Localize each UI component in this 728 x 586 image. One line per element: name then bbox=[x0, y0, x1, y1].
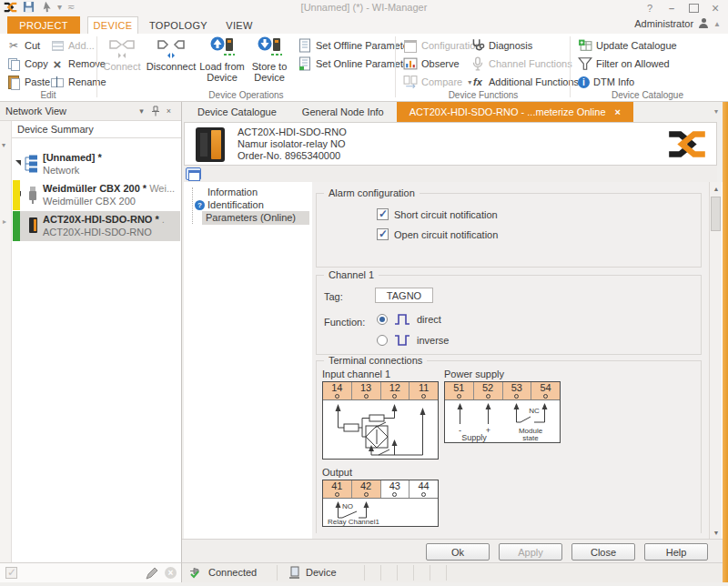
panel-close-icon[interactable]: × bbox=[162, 105, 176, 118]
node-title: ACT20X-HDI-SDO-RNO * bbox=[43, 214, 159, 225]
tab-parameterize-online[interactable]: ACT20X-HDI-SDO-RNO - ...meterize Online bbox=[397, 102, 633, 122]
clear-icon[interactable] bbox=[165, 567, 177, 579]
remove-icon bbox=[50, 56, 65, 71]
close-tab-icon[interactable] bbox=[615, 106, 621, 117]
save-icon[interactable] bbox=[23, 1, 35, 13]
dtm-info-icon bbox=[578, 76, 590, 88]
scrollbar-thumb[interactable] bbox=[711, 197, 721, 231]
terminal-connections-group: Terminal connections Input channel 1 14 … bbox=[316, 360, 702, 533]
cut-icon bbox=[6, 38, 21, 53]
close-button[interactable]: Close bbox=[571, 543, 635, 561]
observe-icon bbox=[403, 56, 418, 71]
input-channel1-diagram: 14 13 12 11 bbox=[322, 381, 439, 460]
status-bar: Connected Device bbox=[182, 562, 728, 582]
pencil-icon[interactable] bbox=[146, 567, 158, 580]
scroll-up-icon[interactable]: ▲ bbox=[710, 182, 723, 195]
minimize-icon[interactable] bbox=[661, 0, 682, 15]
store-to-device-button[interactable]: Store to Device bbox=[248, 35, 291, 86]
tree-row-cbx200[interactable]: Weidmüller CBX 200 * Wei... Weidmüller C… bbox=[12, 180, 180, 210]
tab-project[interactable]: PROJECT bbox=[7, 16, 80, 34]
close-window-icon[interactable] bbox=[704, 0, 726, 15]
ok-button[interactable]: Ok bbox=[426, 543, 490, 561]
tab-overflow-icon[interactable]: ▾ bbox=[714, 107, 718, 116]
paste-label: Paste bbox=[25, 76, 50, 87]
tag-input[interactable] bbox=[375, 288, 433, 303]
administrator-menu[interactable]: Administrator ▲ bbox=[634, 18, 721, 29]
expander-icon[interactable] bbox=[15, 160, 21, 166]
add-button[interactable]: Add... bbox=[47, 37, 97, 54]
chevron-up-icon[interactable]: ▲ bbox=[713, 20, 721, 28]
power-circuit-svg: - + Supply NC Module state bbox=[445, 400, 560, 442]
additional-functions-button[interactable]: Additional Functions▾ bbox=[468, 74, 591, 90]
inverse-label: inverse bbox=[417, 335, 449, 346]
pin-icon[interactable] bbox=[148, 105, 162, 118]
disconnect-button[interactable]: Disconnect bbox=[146, 35, 197, 86]
load-from-device-icon bbox=[209, 35, 235, 59]
tab-device[interactable]: DEVICE bbox=[87, 16, 138, 34]
diagnosis-button[interactable]: Diagnosis bbox=[468, 37, 535, 54]
output-diagram: 41 42 43 44 NO bbox=[322, 480, 439, 527]
group-separator bbox=[96, 36, 97, 97]
dtm-toolbar bbox=[184, 166, 717, 182]
inverse-radio[interactable] bbox=[377, 335, 388, 346]
tab-device-catalogue[interactable]: Device Catalogue bbox=[185, 102, 289, 122]
connect-icon bbox=[108, 35, 136, 59]
maximize-icon[interactable] bbox=[682, 0, 704, 15]
filter-on-allowed-label: Filter on Allowed bbox=[596, 58, 670, 69]
pointer-tool-icon[interactable] bbox=[40, 1, 52, 13]
tree-row-network[interactable]: [Unnamed] * Network bbox=[12, 149, 180, 179]
subnav-item-information[interactable]: Information bbox=[207, 186, 258, 198]
tab-general-node-info[interactable]: General Node Info bbox=[289, 102, 397, 122]
open-circuit-checkbox[interactable] bbox=[377, 228, 389, 240]
help-button[interactable]: Help bbox=[644, 543, 708, 561]
device-order-no: Order-No. 8965340000 bbox=[238, 150, 347, 162]
status-separator bbox=[277, 565, 278, 581]
set-offline-parameter-button[interactable]: Set Offline Parameter bbox=[295, 37, 415, 54]
update-catalogue-button[interactable]: Update Catalogue bbox=[575, 37, 680, 54]
remove-button[interactable]: Remove bbox=[47, 56, 108, 72]
scroll-down-icon[interactable]: ▼ bbox=[710, 526, 723, 539]
cut-button[interactable]: Cut bbox=[4, 37, 43, 54]
observe-button[interactable]: Observe bbox=[400, 56, 462, 72]
tab-topology[interactable]: TOPOLOGY bbox=[146, 16, 211, 34]
network-view-title: Network View bbox=[5, 106, 135, 116]
help-icon[interactable] bbox=[639, 0, 661, 15]
device-summary-header[interactable]: Device Summary bbox=[12, 121, 181, 138]
terminal-connections-title: Terminal connections bbox=[324, 355, 427, 366]
short-circuit-checkbox[interactable] bbox=[377, 208, 389, 220]
tree-row-act20x[interactable]: ACT20X-HDI-SDO-RNO * . ACT20X-HDI-SDO-RN… bbox=[12, 211, 180, 241]
vertical-scrollbar[interactable]: ▲ ▼ bbox=[709, 182, 722, 539]
panel-dropdown-icon[interactable]: ▾ bbox=[135, 105, 148, 118]
identification-icon bbox=[195, 200, 205, 210]
channel-functions-button[interactable]: Channel Functions bbox=[468, 56, 575, 72]
set-online-parameter-icon bbox=[298, 56, 312, 71]
paste-button[interactable]: Paste bbox=[4, 74, 53, 90]
dtm-info-button[interactable]: DTM Info bbox=[575, 74, 637, 90]
connected-label: Connected bbox=[208, 567, 257, 578]
load-from-device-button[interactable]: Load from Device bbox=[198, 35, 246, 86]
connection-status: Connected bbox=[189, 566, 257, 579]
device-header: ACT20X-HDI-SDO-RNO Namur isolator-relay … bbox=[184, 122, 717, 166]
copy-button[interactable]: Copy bbox=[4, 56, 51, 72]
apply-button[interactable]: Apply bbox=[499, 543, 562, 561]
function-label: Function: bbox=[324, 317, 365, 328]
filter-on-allowed-button[interactable]: Filter on Allowed bbox=[575, 56, 672, 72]
subnav-item-identification[interactable]: Identification bbox=[207, 198, 264, 211]
direct-radio[interactable] bbox=[377, 314, 388, 325]
qat-customize-icon[interactable]: ≂ bbox=[67, 2, 75, 12]
terminal-cell: 41 bbox=[323, 480, 352, 498]
pulse-direct-icon bbox=[394, 313, 410, 326]
tab-view[interactable]: VIEW bbox=[218, 16, 260, 34]
subnav-item-parameters-online[interactable]: Parameters (Online) bbox=[206, 211, 296, 224]
filter-marker-icon[interactable]: ▾ bbox=[2, 141, 5, 149]
set-online-parameter-button[interactable]: Set Online Parameter bbox=[295, 56, 415, 72]
channel-functions-icon bbox=[470, 56, 485, 71]
footer-checkbox[interactable] bbox=[5, 567, 17, 579]
paste-icon bbox=[6, 75, 21, 89]
terminal-ring bbox=[392, 394, 397, 399]
parameters-panel: Alarm configuration Short circuit notifi… bbox=[312, 182, 709, 539]
qat-dropdown-icon[interactable]: ▾ bbox=[57, 2, 62, 12]
dtm-window-icon[interactable] bbox=[186, 167, 201, 180]
connect-button[interactable]: Connect bbox=[100, 35, 144, 86]
compare-button[interactable]: Compare▾ bbox=[400, 74, 474, 90]
